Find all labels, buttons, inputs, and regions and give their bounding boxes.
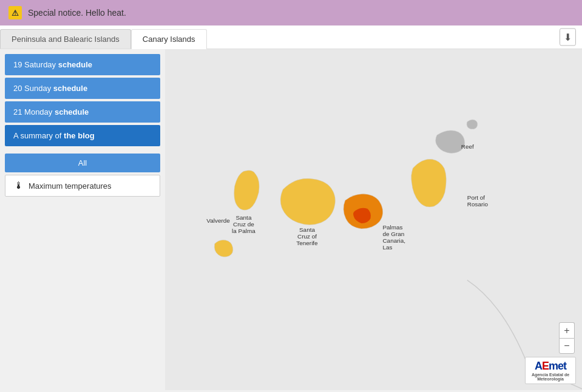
notice-bar: ⚠ Special notice. Hello heat. <box>0 0 582 25</box>
zoom-in-button[interactable]: + <box>559 322 575 338</box>
santa-cruz-tenerife-label: Santa <box>299 226 315 233</box>
tab-peninsula[interactable]: Peninsula and Balearic Islands <box>0 29 131 49</box>
port-rosario-label: Port of <box>467 194 486 201</box>
map-svg: Valverde Santa Cruz de la Palma Santa Cr… <box>165 49 582 390</box>
reef-label: Reef <box>461 144 474 150</box>
svg-text:de Gran: de Gran <box>382 231 404 237</box>
thermometer-icon: 🌡 <box>14 180 24 191</box>
santa-cruz-palma-label: Santa <box>235 214 251 221</box>
sidebar: 19 Saturday schedule 20 Sunday schedule … <box>0 49 165 390</box>
schedule-blog[interactable]: A summary of the blog <box>5 125 160 146</box>
svg-text:Cruz of: Cruz of <box>297 233 317 240</box>
palmas-label: Palmas <box>382 224 402 231</box>
map-controls: + − <box>559 322 575 354</box>
svg-text:Tenerife: Tenerife <box>296 240 318 246</box>
filter-section: All 🌡 Maximum temperatures <box>5 154 160 197</box>
download-button[interactable]: ⬇ <box>560 29 576 46</box>
aemet-logo-subtitle: Agencia Estatal de Meteorología <box>529 373 572 381</box>
warning-icon: ⚠ <box>8 6 22 19</box>
filter-all-button[interactable]: All <box>5 154 160 172</box>
zoom-out-button[interactable]: − <box>559 338 575 354</box>
schedule-saturday[interactable]: 19 Saturday schedule <box>5 54 160 75</box>
schedule-monday[interactable]: 21 Monday schedule <box>5 101 160 123</box>
aemet-logo-text: AEmet <box>535 360 566 373</box>
tab-canary[interactable]: Canary Islands <box>131 29 207 49</box>
svg-text:Cruz de: Cruz de <box>233 221 254 228</box>
tabs-row: Peninsula and Balearic Islands Canary Is… <box>0 25 582 49</box>
aemet-logo: AEmet Agencia Estatal de Meteorología <box>525 357 576 384</box>
svg-text:la Palma: la Palma <box>232 228 255 234</box>
map-area: Valverde Santa Cruz de la Palma Santa Cr… <box>165 49 582 390</box>
schedule-sunday[interactable]: 20 Sunday schedule <box>5 78 160 99</box>
main-layout: 19 Saturday schedule 20 Sunday schedule … <box>0 49 582 390</box>
filter-temperature-button[interactable]: 🌡 Maximum temperatures <box>5 175 160 197</box>
notice-text: Special notice. Hello heat. <box>28 8 126 18</box>
svg-text:Las: Las <box>382 244 392 251</box>
svg-text:Rosario: Rosario <box>467 201 489 208</box>
valverde-label: Valverde <box>206 217 230 224</box>
svg-text:Canaria,: Canaria, <box>382 237 405 244</box>
